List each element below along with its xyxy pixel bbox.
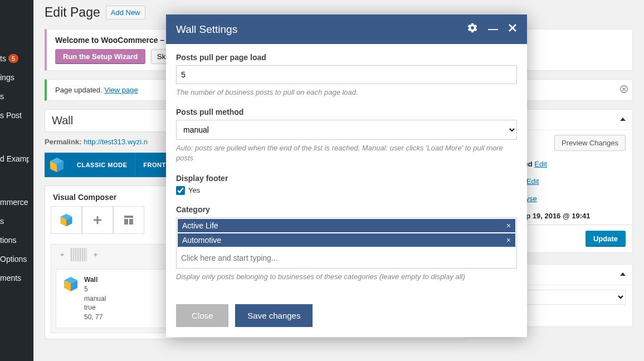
dismiss-notice-icon[interactable]: [620, 84, 628, 96]
modal-minimize-icon[interactable]: —: [488, 23, 498, 35]
pull-method-select[interactable]: manual: [176, 120, 517, 140]
svg-rect-13: [129, 219, 133, 225]
sidebar-item-grid-example[interactable]: d Example: [0, 144, 33, 174]
ppp-hint: The number of business posts to pull on …: [176, 87, 517, 97]
vc-templates-icon[interactable]: [113, 206, 144, 234]
edit-status-link[interactable]: Edit: [534, 160, 547, 168]
category-hint: Display only posts belonging to business…: [176, 272, 517, 282]
preview-changes-button[interactable]: Preview Changes: [554, 135, 626, 151]
collapse-icon[interactable]: [620, 118, 626, 121]
sidebar-item-woocommerce[interactable]: mmerce: [0, 193, 33, 212]
modal-settings-icon[interactable]: [467, 22, 478, 36]
admin-sidebar: ts 5 ings s s Post d Example mmerce s ti…: [0, 0, 33, 361]
row-add-icon[interactable]: ＋: [55, 248, 69, 261]
edit-visibility-link[interactable]: Edit: [526, 177, 539, 186]
category-label: Category: [176, 205, 517, 214]
modal-title: Wall Settings: [176, 23, 237, 36]
collapse-icon[interactable]: [620, 272, 626, 276]
remove-tag-icon[interactable]: ×: [506, 221, 511, 230]
vc-element-icon: [62, 275, 80, 293]
svg-rect-12: [124, 219, 128, 225]
method-label: Posts pull method: [176, 108, 517, 116]
sidebar-item-listings[interactable]: ings: [0, 68, 33, 87]
sidebar-item-blank1[interactable]: [0, 125, 33, 144]
add-new-button[interactable]: Add New: [106, 6, 145, 19]
update-button[interactable]: Update: [586, 231, 626, 247]
ppp-label: Posts pull per page load: [176, 53, 517, 62]
save-changes-button[interactable]: Save changes: [235, 304, 313, 327]
sidebar-item-products[interactable]: s: [0, 212, 33, 231]
tab-classic-mode[interactable]: CLASSIC MODE: [69, 153, 135, 177]
vc-add-row-icon[interactable]: [82, 206, 113, 234]
vc-element-title: Wall: [84, 276, 97, 284]
category-tag-box: Active Life × Automotive ×: [176, 217, 517, 269]
svg-rect-11: [124, 216, 133, 218]
wall-settings-modal: Wall Settings — Posts pull per page load…: [166, 14, 527, 337]
footer-value: Yes: [188, 186, 200, 194]
sidebar-item-comments[interactable]: ts 5: [0, 49, 33, 68]
setup-wizard-button[interactable]: Run the Setup Wizard: [55, 49, 145, 64]
category-input[interactable]: [177, 248, 516, 268]
close-button[interactable]: Close: [176, 304, 228, 327]
category-tag-automotive: Automotive ×: [178, 233, 515, 247]
sidebar-item-offers[interactable]: s: [0, 87, 33, 106]
remove-tag-icon[interactable]: ×: [506, 236, 511, 245]
method-hint: Auto: posts are pulled when the end of t…: [176, 143, 517, 163]
sidebar-item-blank2[interactable]: [0, 174, 33, 193]
posts-per-page-input[interactable]: [176, 65, 517, 84]
footer-label: Display footer: [176, 174, 517, 183]
sidebar-item-theme-options[interactable]: Options: [0, 250, 33, 269]
vc-add-element-icon[interactable]: [51, 206, 82, 234]
view-page-link[interactable]: View page: [104, 86, 138, 94]
sidebar-item-elements[interactable]: ments: [0, 269, 33, 287]
sidebar-item-options[interactable]: tions: [0, 231, 33, 250]
row-add-column-icon[interactable]: ＋: [88, 248, 103, 261]
sidebar-item-business-post[interactable]: s Post: [0, 106, 33, 125]
modal-header: Wall Settings —: [166, 14, 527, 44]
vc-logo-icon: [45, 153, 69, 177]
row-drag-handle-icon[interactable]: [70, 248, 87, 261]
comments-badge: 5: [8, 54, 18, 63]
category-tag-active-life: Active Life ×: [178, 219, 515, 232]
display-footer-checkbox[interactable]: [176, 186, 185, 195]
modal-close-icon[interactable]: [508, 23, 517, 35]
permalink-url-link[interactable]: http://test313.wyzi.n: [84, 138, 148, 146]
modal-footer: Close Save changes: [166, 295, 527, 337]
